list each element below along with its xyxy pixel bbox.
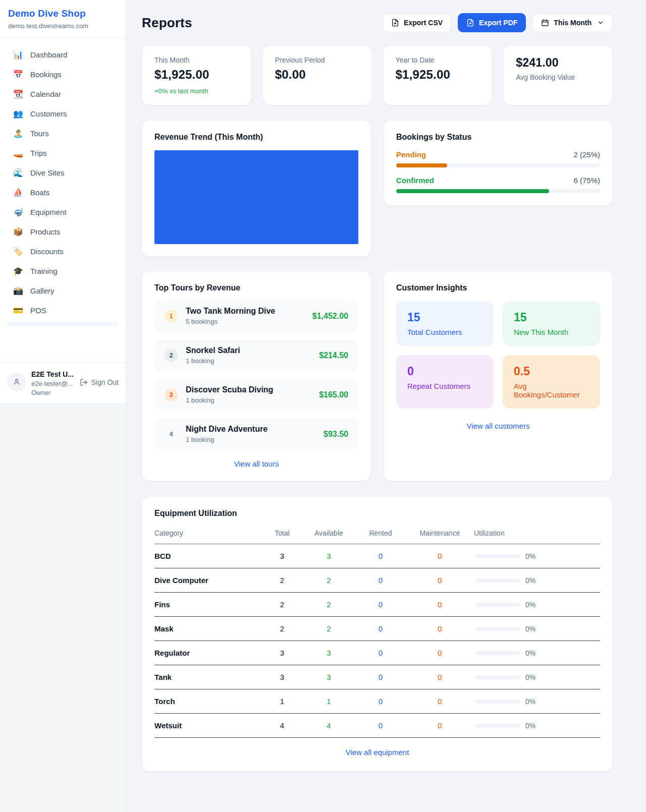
tour-name: Night Dive Adventure	[186, 425, 267, 434]
cell-rented: 0	[355, 673, 406, 681]
cell-available: 3	[302, 552, 355, 560]
table-row: Mask 2 2 0 0 0%	[154, 617, 600, 641]
view-all-tours-link[interactable]: View all tours	[234, 459, 279, 468]
sidebar-item-dive-sites[interactable]: 🌊 Dive Sites	[6, 163, 120, 183]
trips-icon: 🚤	[13, 148, 23, 158]
cell-utilization: 0%	[474, 649, 600, 657]
cell-utilization: 0%	[474, 576, 600, 585]
export-csv-label: Export CSV	[404, 19, 443, 27]
sidebar-item-dashboard[interactable]: 📊 Dashboard	[6, 45, 120, 65]
export-pdf-button[interactable]: Export PDF	[458, 13, 526, 32]
cell-maintenance: 0	[406, 673, 474, 681]
user-email: e2e-tester@...	[31, 380, 74, 387]
utilization-bar	[475, 578, 520, 583]
equipment-table-header: Category Total Available Rented Maintena…	[154, 525, 600, 544]
insight-value: 15	[514, 311, 589, 324]
utilization-bar	[475, 700, 520, 704]
sidebar-item-products[interactable]: 📦 Products	[6, 222, 120, 242]
tour-amount: $165.00	[319, 390, 348, 399]
sidebar-item-label: Products	[30, 227, 60, 236]
view-all-equipment-link[interactable]: View all equipment	[346, 748, 409, 757]
sidebar-item-discounts[interactable]: 🏷️ Discounts	[6, 242, 120, 261]
rank-badge: 3	[165, 388, 178, 401]
dashboard-icon: 📊	[13, 50, 23, 60]
stat-value: $1,925.00	[396, 68, 480, 82]
sidebar-item-customers[interactable]: 👥 Customers	[6, 104, 120, 124]
cell-total: 3	[262, 649, 302, 657]
cell-available: 1	[302, 697, 355, 706]
cell-utilization: 0%	[474, 601, 600, 609]
sidebar-item-gallery[interactable]: 📸 Gallery	[6, 281, 120, 301]
export-pdf-label: Export PDF	[479, 19, 517, 27]
cell-total: 2	[262, 624, 302, 633]
cell-rented: 0	[355, 552, 406, 560]
calendar-icon	[541, 19, 549, 27]
cell-rented: 0	[355, 600, 406, 609]
sidebar-item-label: Dive Sites	[30, 168, 65, 177]
period-dropdown[interactable]: This Month	[532, 13, 613, 32]
boats-icon: ⛵	[13, 188, 23, 197]
status-label: Pending	[396, 150, 426, 159]
stat-card-this-month: This Month $1,925.00 +0% vs last month	[142, 45, 251, 105]
export-csv-button[interactable]: Export CSV	[383, 13, 451, 32]
insights-row: Top Tours by Revenue 1 Two Tank Morning …	[142, 271, 613, 481]
tour-name: Discover Scuba Diving	[186, 385, 273, 394]
cell-utilization: 0%	[474, 698, 600, 706]
insight-label: New This Month	[514, 328, 589, 336]
insight-value: 0.5	[514, 365, 589, 378]
revenue-trend-chart	[154, 150, 358, 244]
customers-icon: 👥	[13, 109, 23, 119]
view-all-customers-link[interactable]: View all customers	[467, 422, 530, 430]
top-tours-card: Top Tours by Revenue 1 Two Tank Morning …	[142, 271, 371, 481]
user-name: E2E Test U...	[31, 370, 74, 378]
tour-row: 2 Snorkel Safari 1 booking $214.50	[154, 339, 358, 371]
sign-out-icon	[80, 378, 88, 386]
calendar-icon: 📆	[13, 89, 23, 99]
sidebar-item-trips[interactable]: 🚤 Trips	[6, 143, 120, 163]
cell-category: BCD	[154, 552, 262, 560]
utilization-bar	[475, 675, 520, 679]
sidebar-active-item-partial[interactable]	[7, 321, 119, 326]
stat-card-year-to-date: Year to Date $1,925.00	[383, 45, 493, 105]
equipment-utilization-card: Equipment Utilization Category Total Ava…	[142, 496, 613, 772]
cell-rented: 0	[355, 649, 406, 657]
app-window: Demo Dive Shop demo.test.divestreams.com…	[0, 0, 646, 812]
sidebar-item-boats[interactable]: ⛵ Boats	[6, 183, 120, 202]
sidebar-item-label: Gallery	[30, 286, 55, 295]
sidebar-item-equipment[interactable]: 🤿 Equipment	[6, 202, 120, 222]
table-row: Fins 2 2 0 0 0%	[154, 593, 600, 617]
col-header-category: Category	[154, 529, 262, 537]
cell-maintenance: 0	[406, 624, 474, 633]
sidebar-item-bookings[interactable]: 📅 Bookings	[6, 65, 120, 84]
insight-label: Avg Bookings/Customer	[514, 382, 589, 399]
sidebar-item-pos[interactable]: 💳 POS	[6, 301, 120, 320]
tour-bookings: 1 booking	[186, 396, 273, 404]
insight-tile-new-this-month: 15 New This Month	[503, 301, 600, 346]
utilization-bar	[475, 603, 520, 607]
chevron-down-icon	[597, 19, 604, 26]
sidebar-item-label: Boats	[30, 188, 49, 197]
bookings-by-status-title: Bookings by Status	[396, 133, 600, 142]
sign-out-button[interactable]: Sign Out	[80, 378, 119, 386]
bookings-icon: 📅	[13, 70, 23, 79]
cell-maintenance: 0	[406, 552, 474, 560]
insight-value: 0	[407, 365, 482, 378]
col-header-rented: Rented	[355, 529, 406, 537]
cell-total: 3	[262, 552, 302, 560]
cell-available: 2	[302, 576, 355, 585]
status-bar-fill	[396, 163, 447, 167]
rank-badge: 2	[165, 349, 178, 362]
sidebar-item-tours[interactable]: 🏝️ Tours	[6, 124, 120, 143]
tour-bookings: 1 booking	[186, 357, 240, 365]
col-header-maintenance: Maintenance	[406, 529, 474, 537]
cell-category: Fins	[154, 600, 262, 609]
cell-total: 4	[262, 721, 302, 730]
sidebar-item-calendar[interactable]: 📆 Calendar	[6, 84, 120, 104]
training-icon: 🎓	[13, 266, 23, 276]
revenue-trend-title: Revenue Trend (This Month)	[154, 133, 358, 142]
stat-label: Previous Period	[275, 56, 359, 64]
gallery-icon: 📸	[13, 286, 23, 296]
sidebar-item-training[interactable]: 🎓 Training	[6, 261, 120, 281]
status-bar-track	[396, 163, 600, 167]
stat-delta: +0% vs last month	[154, 87, 239, 95]
